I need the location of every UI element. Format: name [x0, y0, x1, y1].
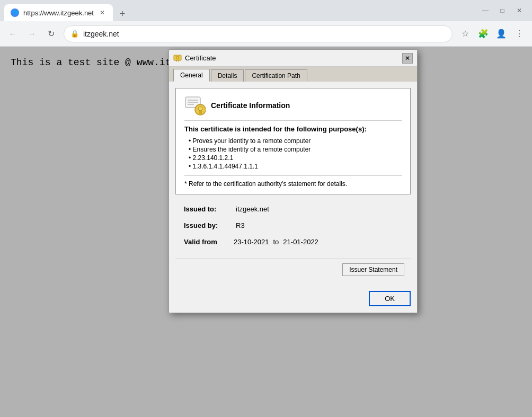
cert-details-section: Issued to: itzgeek.net Issued by: R3 Val… [175, 201, 411, 259]
nav-actions: ☆ 🧩 👤 ⋮ [457, 25, 528, 42]
issued-by-value: R3 [236, 221, 245, 229]
svg-rect-11 [199, 111, 200, 114]
cert-info-box: Certificate Information This certificate… [175, 88, 411, 194]
nav-bar: ← → ↻ 🔒 itzgeek.net ☆ 🧩 👤 ⋮ [0, 21, 532, 47]
issuer-statement-button[interactable]: Issuer Statement [342, 263, 404, 276]
menu-button[interactable]: ⋮ [511, 25, 528, 42]
lock-icon: 🔒 [70, 30, 79, 38]
cert-info-header: Certificate Information [184, 95, 402, 121]
valid-from-date: 23-10-2021 [234, 238, 269, 246]
maximize-button[interactable]: □ [498, 6, 507, 15]
address-text: itzgeek.net [83, 30, 446, 38]
tab-close-btn[interactable]: ✕ [98, 8, 107, 17]
cert-purposes-title: This certificate is intended for the fol… [184, 125, 402, 133]
valid-to-date: 21-01-2022 [283, 238, 318, 246]
valid-to-word: to [273, 238, 279, 246]
dialog-ok-row: OK [169, 287, 417, 313]
new-tab-button[interactable]: + [115, 6, 130, 21]
svg-rect-12 [200, 111, 202, 114]
dialog-title-text: Certificate [185, 54, 402, 62]
minimize-button[interactable]: — [481, 6, 490, 15]
issued-to-value: itzgeek.net [236, 205, 269, 213]
certificate-dialog: Certificate ✕ General Details Certificat… [169, 49, 418, 313]
back-button[interactable]: ← [4, 25, 21, 42]
list-item: Proves your identity to a remote compute… [189, 137, 402, 145]
dialog-body: Certificate Information This certificate… [169, 82, 417, 287]
bookmark-button[interactable]: ☆ [457, 25, 474, 42]
title-bar: 🌐 https://www.itzgeek.net ✕ + — □ ✕ [0, 0, 532, 21]
tab-bar: 🌐 https://www.itzgeek.net ✕ + [4, 0, 130, 21]
browser-window: 🌐 https://www.itzgeek.net ✕ + — □ ✕ ← → … [0, 0, 532, 417]
list-item: 1.3.6.1.4.1.44947.1.1.1 [189, 163, 402, 170]
list-item: 2.23.140.1.2.1 [189, 154, 402, 162]
valid-from-label: Valid from [184, 238, 232, 246]
cert-note: * Refer to the certification authority's… [184, 175, 402, 188]
dialog-tabs: General Details Certification Path [169, 67, 417, 82]
cert-icon [184, 95, 206, 116]
dialog-close-button[interactable]: ✕ [402, 53, 413, 64]
svg-rect-3 [178, 60, 179, 61]
ok-button[interactable]: OK [369, 291, 411, 306]
tab-details[interactable]: Details [211, 69, 244, 82]
browser-tab[interactable]: 🌐 https://www.itzgeek.net ✕ [4, 4, 113, 21]
forward-button[interactable]: → [23, 25, 40, 42]
reload-button[interactable]: ↻ [42, 25, 59, 42]
close-button[interactable]: ✕ [515, 6, 524, 15]
dialog-title-bar: Certificate ✕ [169, 50, 417, 67]
page-content: This is a test site @ www.itzgeek.net Ce… [0, 47, 532, 417]
tab-certification-path[interactable]: Certification Path [245, 69, 307, 82]
tab-favicon: 🌐 [11, 8, 19, 17]
svg-rect-2 [176, 60, 177, 61]
tab-title: https://www.itzgeek.net [23, 9, 94, 17]
profile-button[interactable]: 👤 [493, 25, 510, 42]
svg-point-10 [198, 107, 202, 111]
issued-to-row: Issued to: itzgeek.net [184, 205, 402, 213]
tab-general[interactable]: General [173, 69, 210, 82]
cert-info-title: Certificate Information [211, 101, 290, 110]
issued-to-label: Issued to: [184, 205, 232, 213]
window-controls: — □ ✕ [481, 6, 528, 15]
valid-from-row: Valid from 23-10-2021 to 21-01-2022 [184, 238, 402, 246]
extensions-button[interactable]: 🧩 [475, 25, 492, 42]
dialog-cert-icon [173, 54, 182, 63]
issued-by-label: Issued by: [184, 221, 232, 229]
address-bar[interactable]: 🔒 itzgeek.net [64, 25, 453, 42]
svg-point-4 [177, 57, 179, 58]
cert-purposes-list: Proves your identity to a remote compute… [184, 137, 402, 170]
list-item: Ensures the identity of a remote compute… [189, 146, 402, 153]
issued-by-row: Issued by: R3 [184, 221, 402, 229]
dialog-bottom-bar: Issuer Statement [175, 259, 411, 280]
